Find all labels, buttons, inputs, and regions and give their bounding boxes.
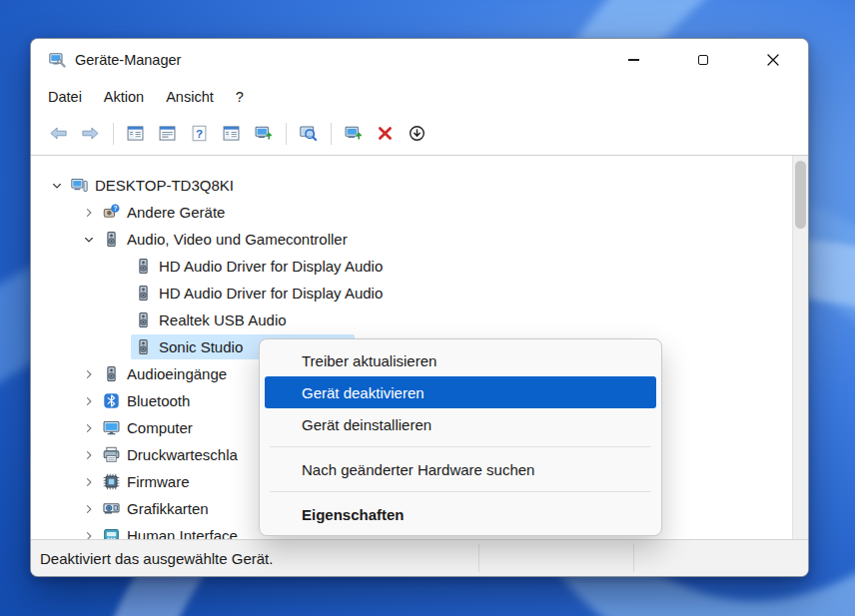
scan-hardware-button[interactable] [293, 119, 323, 149]
window-title: Geräte-Manager [75, 52, 181, 68]
minimize-button[interactable] [598, 39, 668, 81]
close-icon [767, 54, 779, 66]
context-menu: Treiber aktualisieren Gerät deaktivieren… [259, 338, 662, 536]
speaker-icon [135, 311, 152, 328]
back-icon [49, 125, 68, 142]
menu-help[interactable]: ? [225, 85, 255, 109]
uninstall-device-button[interactable] [370, 119, 400, 149]
menu-item-update-driver[interactable]: Treiber aktualisieren [265, 344, 656, 376]
tree-item-label: HD Audio Driver for Display Audio [159, 258, 383, 275]
chevron-right-icon[interactable] [79, 526, 99, 540]
disable-device-button[interactable] [402, 119, 431, 149]
speaker-icon [103, 365, 120, 382]
menu-separator [270, 491, 651, 492]
tree-item-label: HD Audio Driver for Display Audio [159, 285, 383, 302]
unknown-device-icon [103, 204, 120, 221]
tree-item-label: Grafikkarten [127, 500, 209, 517]
uninstall-device-icon [376, 125, 395, 142]
tree-item-hd-audio-driver-2[interactable]: HD Audio Driver for Display Audio [31, 280, 792, 307]
tree-item-label: Audioeingänge [127, 365, 227, 382]
status-text: Deaktiviert das ausgewählte Gerät. [40, 550, 273, 567]
export-list-icon [158, 125, 177, 142]
console-tree-icon [126, 125, 145, 142]
tree-item-label: Druckwarteschla [127, 446, 238, 463]
statusbar: Deaktiviert das ausgewählte Gerät. [31, 539, 808, 576]
forward-button[interactable] [75, 119, 105, 149]
chevron-right-icon[interactable] [79, 445, 99, 465]
toolbar-separator [286, 123, 287, 145]
chevron-right-icon[interactable] [79, 472, 99, 492]
tree-item-hd-audio-driver-1[interactable]: HD Audio Driver for Display Audio [31, 253, 792, 280]
monitor-icon [103, 419, 120, 436]
hid-icon [103, 527, 120, 539]
menu-item-properties[interactable]: Eigenschaften [265, 498, 656, 530]
menu-item-uninstall-device[interactable]: Gerät deinstallieren [265, 408, 656, 440]
gpu-icon [103, 500, 120, 517]
tree-item-label: Bluetooth [127, 392, 190, 409]
speaker-icon [135, 338, 152, 355]
menu-aktion[interactable]: Aktion [93, 85, 155, 109]
toolbar-separator [113, 123, 114, 145]
chevron-down-icon[interactable] [47, 176, 67, 196]
statusbar-divider [478, 544, 479, 572]
update-driver-icon [254, 125, 273, 142]
tree-item-audio-video-gamecontroller[interactable]: Audio, Video und Gamecontroller [31, 226, 792, 253]
maximize-icon [698, 55, 708, 65]
chevron-down-icon[interactable] [79, 230, 99, 250]
tree-item-label: Realtek USB Audio [159, 311, 287, 328]
export-list-button[interactable] [152, 119, 182, 149]
tree-item-desktop[interactable]: DESKTOP-TD3Q8KI [31, 172, 792, 199]
menubar: Datei Aktion Ansicht ? [31, 81, 808, 112]
tree-item-andere-geraete[interactable]: Andere Geräte [31, 199, 792, 226]
properties-icon [222, 125, 241, 142]
device-manager-window: Geräte-Manager Datei Aktion Ansicht ? [30, 38, 809, 577]
update-driver-button[interactable] [248, 119, 278, 149]
properties-button[interactable] [216, 119, 246, 149]
tree-item-label: Audio, Video und Gamecontroller [127, 231, 348, 248]
chevron-right-icon[interactable] [79, 364, 99, 384]
tree-item-label: Andere Geräte [127, 204, 225, 221]
speaker-icon [135, 258, 152, 275]
forward-icon [81, 125, 100, 142]
chevron-right-icon[interactable] [79, 499, 99, 519]
vertical-scrollbar[interactable] [792, 156, 808, 539]
show-console-tree-button[interactable] [120, 119, 150, 149]
window-controls [598, 39, 808, 81]
add-drivers-icon [344, 125, 363, 142]
tree-item-label: Human Interface [127, 527, 238, 539]
computer-icon [71, 177, 88, 194]
toolbar [31, 112, 808, 156]
tree-item-label: Sonic Studio [159, 338, 243, 355]
titlebar: Geräte-Manager [31, 39, 808, 81]
tree-item-label: Firmware [127, 473, 190, 490]
tree-item-label: Computer [127, 419, 193, 436]
statusbar-divider [633, 544, 634, 572]
scrollbar-thumb[interactable] [795, 161, 806, 229]
speaker-icon [103, 231, 120, 248]
minimize-icon [628, 59, 639, 61]
bluetooth-icon [103, 392, 120, 409]
menu-item-scan-hardware[interactable]: Nach geänderter Hardware suchen [265, 453, 656, 485]
disable-device-icon [408, 125, 427, 142]
tree-item-label: DESKTOP-TD3Q8KI [95, 177, 234, 194]
help-button[interactable] [184, 119, 214, 149]
toolbar-separator [331, 123, 332, 145]
chevron-right-icon[interactable] [79, 203, 99, 223]
help-icon [190, 125, 209, 142]
menu-item-disable-device[interactable]: Gerät deaktivieren [265, 376, 656, 408]
add-drivers-button[interactable] [338, 119, 368, 149]
chevron-right-icon[interactable] [79, 391, 99, 411]
maximize-button[interactable] [668, 39, 738, 81]
tree-item-realtek-usb-audio[interactable]: Realtek USB Audio [31, 307, 792, 333]
chip-icon [103, 473, 120, 490]
device-manager-icon [49, 52, 66, 69]
close-button[interactable] [738, 39, 808, 81]
printer-icon [103, 446, 120, 463]
speaker-icon [135, 285, 152, 302]
scan-hardware-icon [299, 125, 318, 142]
menu-ansicht[interactable]: Ansicht [155, 85, 225, 109]
chevron-right-icon[interactable] [79, 418, 99, 438]
back-button[interactable] [43, 119, 73, 149]
menu-datei[interactable]: Datei [37, 85, 93, 109]
menu-separator [270, 446, 651, 447]
